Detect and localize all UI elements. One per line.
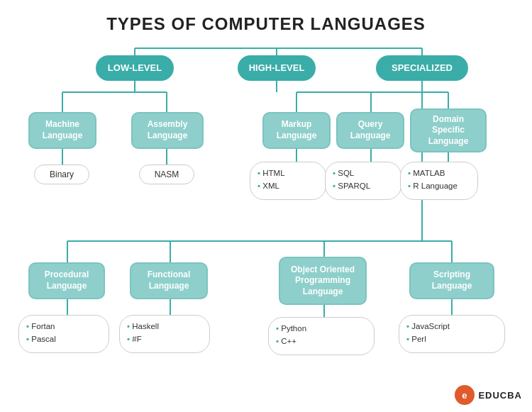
- box-procedural-language: ProceduralLanguage: [28, 262, 105, 299]
- leaf-scripting-list: JavaScript Perl: [399, 315, 505, 353]
- leaf-query-list: SQL SPARQL: [325, 162, 401, 200]
- pill-high-level: HIGH-LEVEL: [238, 55, 316, 81]
- leaf-markup-list: HTML XML: [250, 162, 326, 200]
- box-markup-language: MarkupLanguage: [262, 112, 331, 149]
- box-functional-language: FunctionalLanguage: [130, 262, 208, 299]
- leaf-binary: Binary: [34, 165, 89, 184]
- leaf-oop-list: Python C++: [268, 317, 375, 355]
- box-machine-language: MachineLanguage: [28, 112, 96, 149]
- leaf-domain-list: MATLAB R Language: [400, 162, 478, 200]
- pill-low-level: LOW-LEVEL: [96, 55, 174, 81]
- box-assembly-language: AssemblyLanguage: [131, 112, 204, 149]
- leaf-nasm: NASM: [139, 165, 194, 184]
- leaf-functional-list: Haskell #F: [119, 315, 210, 353]
- box-oop-language: Object OrientedProgrammingLanguage: [279, 257, 367, 305]
- box-scripting-language: ScriptingLanguage: [409, 262, 494, 299]
- diagram: TYPES OF COMPUTER LANGUAGES: [0, 0, 532, 412]
- nodes-container: LOW-LEVEL HIGH-LEVEL SPECIALIZED Machine…: [0, 0, 532, 412]
- box-domain-language: DomainSpecificLanguage: [410, 108, 487, 152]
- box-query-language: QueryLanguage: [336, 112, 404, 149]
- leaf-procedural-list: Fortan Pascal: [18, 315, 109, 353]
- pill-specialized: SPECIALIZED: [376, 55, 468, 81]
